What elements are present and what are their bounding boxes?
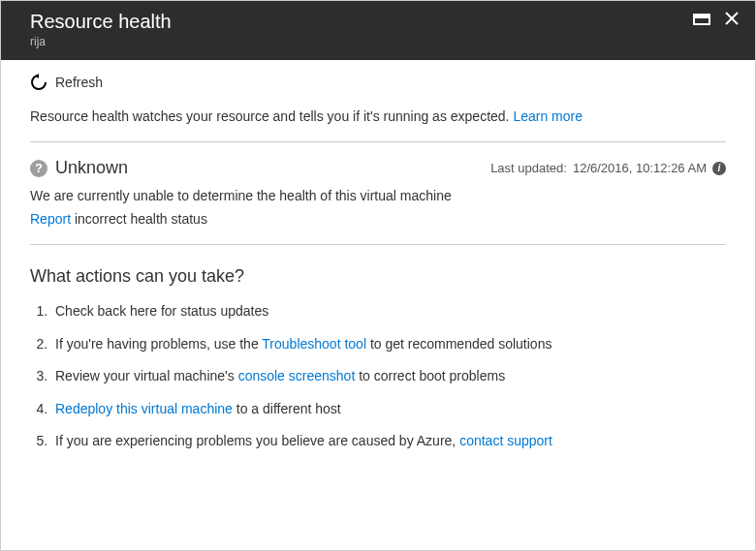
unknown-status-icon: ? (30, 160, 47, 177)
page-title: Resource health (30, 11, 172, 33)
status-header: ? Unknown Last updated: 12/6/2016, 10:12… (30, 158, 726, 178)
status-left: ? Unknown (30, 158, 128, 178)
report-rest: incorrect health status (71, 211, 207, 227)
action-text: to correct boot problems (355, 368, 505, 383)
restore-icon[interactable] (693, 12, 710, 25)
toolbar: Refresh (1, 60, 755, 108)
svg-marker-4 (36, 74, 40, 78)
actions-title: What actions can you take? (30, 266, 726, 287)
action-text: to get recommended solutions (366, 336, 551, 352)
troubleshoot-tool-link[interactable]: Troubleshoot tool (262, 336, 366, 352)
refresh-icon[interactable] (30, 74, 47, 91)
intro-text: Resource health watches your resource an… (30, 108, 726, 142)
status-description: We are currently unable to determine the… (30, 188, 726, 203)
action-item-2: If you're having problems, use the Troub… (51, 335, 726, 354)
action-text: Check back here for status updates (55, 303, 268, 319)
contact-support-link[interactable]: contact support (459, 433, 552, 448)
action-item-5: If you are experiencing problems you bel… (51, 432, 726, 451)
info-icon[interactable]: i (712, 162, 726, 175)
header-left: Resource health rija (30, 11, 172, 48)
last-updated-value: 12/6/2016, 10:12:26 AM (573, 161, 707, 175)
action-text: to a different host (233, 401, 341, 416)
close-icon[interactable] (724, 11, 740, 26)
report-link[interactable]: Report (30, 211, 71, 227)
action-item-3: Review your virtual machine's console sc… (51, 367, 726, 386)
svg-rect-1 (694, 15, 709, 18)
action-text: If you're having problems, use the (55, 336, 262, 352)
status-right: Last updated: 12/6/2016, 10:12:26 AM i (490, 161, 726, 175)
header-controls (693, 11, 740, 26)
content: Resource health watches your resource an… (1, 108, 755, 484)
resource-name: rija (30, 35, 172, 48)
learn-more-link[interactable]: Learn more (513, 108, 583, 124)
action-text: If you are experiencing problems you bel… (55, 433, 459, 448)
last-updated-label: Last updated: (490, 161, 567, 175)
action-item-4: Redeploy this virtual machine to a diffe… (51, 400, 726, 419)
report-line: Report incorrect health status (30, 211, 726, 227)
status-title: Unknown (55, 158, 128, 178)
actions-list: Check back here for status updates If yo… (30, 302, 726, 451)
refresh-button[interactable]: Refresh (55, 75, 103, 90)
action-item-1: Check back here for status updates (51, 302, 726, 321)
action-text: Review your virtual machine's (55, 368, 238, 383)
console-screenshot-link[interactable]: console screenshot (238, 368, 356, 383)
status-block: ? Unknown Last updated: 12/6/2016, 10:12… (30, 142, 726, 245)
intro-body: Resource health watches your resource an… (30, 108, 513, 124)
redeploy-link[interactable]: Redeploy this virtual machine (55, 401, 233, 416)
blade-header: Resource health rija (1, 1, 755, 60)
